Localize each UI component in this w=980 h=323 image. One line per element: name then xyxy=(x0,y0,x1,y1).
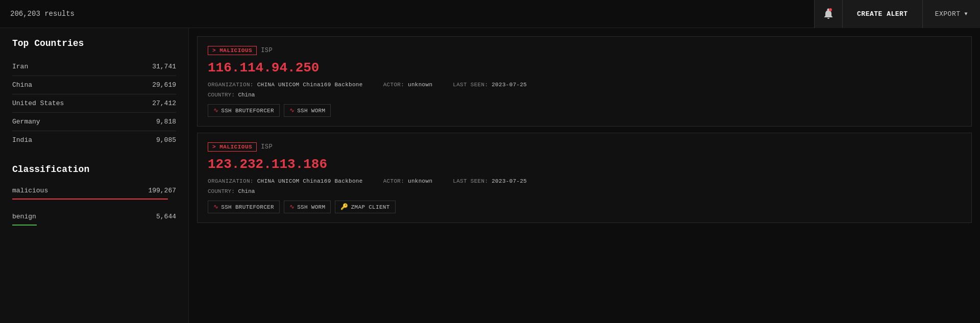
country-count: 27,412 xyxy=(152,100,176,107)
actor-value: unknown xyxy=(408,82,432,88)
country-meta: COUNTRY: China xyxy=(208,188,961,194)
header-bar: 206,203 results ! CREATE ALERT EXPORT ▼ xyxy=(0,0,980,28)
last-seen-meta: LAST SEEN: 2023-07-25 xyxy=(453,178,527,184)
badge-label: SSH BRUTEFORCER xyxy=(221,108,274,114)
wave-icon: ∿ xyxy=(289,107,295,114)
country-name: United States xyxy=(12,100,64,107)
sidebar: Top Countries Iran 31,741 China 29,619 U… xyxy=(0,28,189,323)
classification-item[interactable]: malicious 199,267 xyxy=(12,184,176,206)
card-meta: ORGANIZATION: CHINA UNICOM China169 Back… xyxy=(208,178,961,184)
ip-address[interactable]: 116.114.94.250 xyxy=(208,60,961,76)
actor-value: unknown xyxy=(408,178,432,184)
malicious-tag[interactable]: > MALICIOUS xyxy=(208,142,257,152)
wave-icon: ∿ xyxy=(213,203,218,211)
country-item[interactable]: India 9,085 xyxy=(12,131,176,149)
classification-bar-wrap xyxy=(12,198,176,200)
organization-value: CHINA UNICOM China169 Backbone xyxy=(257,82,363,88)
actor-meta: ACTOR: unknown xyxy=(383,82,433,88)
classification-bar xyxy=(12,225,37,226)
badge-ssh-worm[interactable]: ∿SSH WORM xyxy=(284,201,331,213)
last-seen-value: 2023-07-25 xyxy=(492,178,527,184)
country-name: Iran xyxy=(12,63,28,70)
wave-icon: ∿ xyxy=(213,107,218,114)
badge-ssh-bruteforcer[interactable]: ∿SSH BRUTEFORCER xyxy=(208,201,280,213)
classification-name: benign xyxy=(12,213,36,220)
classification-title: Classification xyxy=(12,164,176,175)
key-icon: 🔑 xyxy=(340,203,348,211)
actor-meta: ACTOR: unknown xyxy=(383,178,433,184)
country-name: Germany xyxy=(12,118,40,126)
badge-label: SSH BRUTEFORCER xyxy=(221,204,274,210)
country-name: India xyxy=(12,136,32,144)
badge-label: SSH WORM xyxy=(297,108,325,114)
top-countries-title: Top Countries xyxy=(12,38,176,48)
organization-value: CHINA UNICOM China169 Backbone xyxy=(257,178,363,184)
classification-count: 199,267 xyxy=(148,187,176,194)
top-countries-section: Top Countries Iran 31,741 China 29,619 U… xyxy=(12,38,176,149)
svg-text:!: ! xyxy=(830,9,830,11)
badge-label: ZMAP CLIENT xyxy=(351,204,390,210)
countries-list: Iran 31,741 China 29,619 United States 2… xyxy=(12,58,176,149)
classification-count: 5,644 xyxy=(156,213,176,220)
classification-name: malicious xyxy=(12,187,48,194)
organization-meta: ORGANIZATION: CHINA UNICOM China169 Back… xyxy=(208,178,363,184)
badge-ssh-bruteforcer[interactable]: ∿SSH BRUTEFORCER xyxy=(208,104,280,117)
organization-meta: ORGANIZATION: CHINA UNICOM China169 Back… xyxy=(208,82,363,88)
country-name: China xyxy=(12,81,32,89)
card-tags: > MALICIOUS ISP xyxy=(208,142,961,152)
country-item[interactable]: Iran 31,741 xyxy=(12,58,176,76)
create-alert-button[interactable]: CREATE ALERT xyxy=(842,0,922,28)
country-value: China xyxy=(238,92,255,98)
header-actions: ! CREATE ALERT EXPORT ▼ xyxy=(814,0,980,28)
card-tags: > MALICIOUS ISP xyxy=(208,46,961,55)
tag-badges: ∿SSH BRUTEFORCER∿SSH WORM xyxy=(208,104,961,117)
export-button[interactable]: EXPORT ▼ xyxy=(922,0,980,28)
classification-section: Classification malicious 199,267 benign … xyxy=(12,164,176,232)
last-seen-meta: LAST SEEN: 2023-07-25 xyxy=(453,82,527,88)
country-count: 31,741 xyxy=(152,63,176,70)
badge-label: SSH WORM xyxy=(297,204,325,210)
malicious-tag[interactable]: > MALICIOUS xyxy=(208,46,257,55)
isp-tag: ISP xyxy=(261,143,273,151)
wave-icon: ∿ xyxy=(289,203,295,211)
alert-icon-button[interactable]: ! xyxy=(814,0,842,28)
results-list: > MALICIOUS ISP 116.114.94.250 ORGANIZAT… xyxy=(197,36,972,223)
country-item[interactable]: China 29,619 xyxy=(12,76,176,94)
country-meta: COUNTRY: China xyxy=(208,92,961,98)
country-count: 9,085 xyxy=(156,136,176,144)
classification-bar xyxy=(12,198,168,200)
isp-tag: ISP xyxy=(261,47,273,54)
bell-icon: ! xyxy=(822,8,835,20)
ip-address[interactable]: 123.232.113.186 xyxy=(208,157,961,172)
card-meta: ORGANIZATION: CHINA UNICOM China169 Back… xyxy=(208,82,961,88)
badge-zmap-client[interactable]: 🔑ZMAP CLIENT xyxy=(335,201,395,213)
last-seen-value: 2023-07-25 xyxy=(492,82,527,88)
classification-list: malicious 199,267 benign 5,644 xyxy=(12,184,176,232)
badge-ssh-worm[interactable]: ∿SSH WORM xyxy=(284,104,331,117)
country-count: 29,619 xyxy=(152,81,176,89)
classification-bar-wrap xyxy=(12,225,176,226)
result-card: > MALICIOUS ISP 123.232.113.186 ORGANIZA… xyxy=(197,133,972,223)
country-item[interactable]: Germany 9,818 xyxy=(12,113,176,131)
classification-item[interactable]: benign 5,644 xyxy=(12,210,176,232)
country-value: China xyxy=(238,188,255,194)
content-area: > MALICIOUS ISP 116.114.94.250 ORGANIZAT… xyxy=(189,28,980,323)
result-card: > MALICIOUS ISP 116.114.94.250 ORGANIZAT… xyxy=(197,36,972,127)
main-layout: Top Countries Iran 31,741 China 29,619 U… xyxy=(0,28,980,323)
country-count: 9,818 xyxy=(156,118,176,126)
results-count: 206,203 results xyxy=(10,10,75,18)
country-item[interactable]: United States 27,412 xyxy=(12,94,176,113)
chevron-down-icon: ▼ xyxy=(964,11,968,17)
tag-badges: ∿SSH BRUTEFORCER∿SSH WORM🔑ZMAP CLIENT xyxy=(208,201,961,213)
export-label: EXPORT xyxy=(935,10,961,18)
